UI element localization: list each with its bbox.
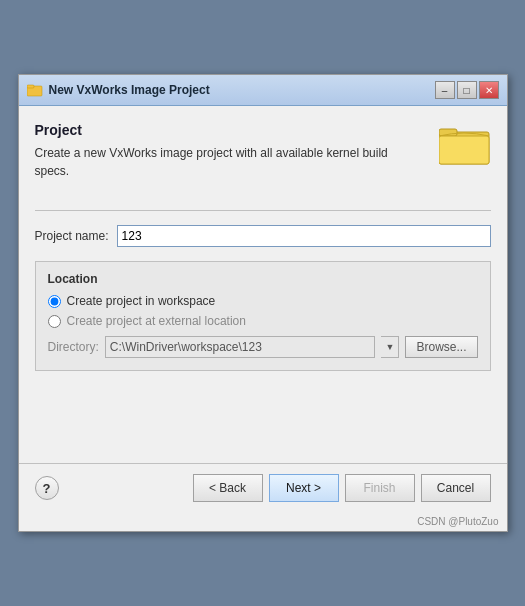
content-spacer (35, 371, 491, 451)
header-area: Project Create a new VxWorks image proje… (35, 122, 491, 211)
minimize-button[interactable]: – (435, 81, 455, 99)
section-description: Create a new VxWorks image project with … (35, 144, 411, 180)
radio-external[interactable] (48, 315, 61, 328)
button-bar: ? < Back Next > Finish Cancel (19, 463, 507, 514)
radio-row-external: Create project at external location (48, 314, 478, 328)
dialog-content: Project Create a new VxWorks image proje… (19, 106, 507, 463)
maximize-button[interactable]: □ (457, 81, 477, 99)
svg-rect-4 (439, 136, 489, 164)
location-title: Location (48, 272, 478, 286)
section-title: Project (35, 122, 411, 138)
directory-dropdown-arrow[interactable]: ▼ (381, 336, 399, 358)
help-button[interactable]: ? (35, 476, 59, 500)
large-folder-icon (439, 122, 491, 168)
directory-label: Directory: (48, 340, 99, 354)
location-section: Location Create project in workspace Cre… (35, 261, 491, 371)
dialog-window: New VxWorks Image Project – □ ✕ Project … (18, 74, 508, 532)
cancel-button[interactable]: Cancel (421, 474, 491, 502)
radio-external-label[interactable]: Create project at external location (67, 314, 246, 328)
svg-rect-1 (27, 85, 34, 88)
directory-input (105, 336, 376, 358)
back-button[interactable]: < Back (193, 474, 263, 502)
folder-icon-area (439, 122, 491, 171)
title-bar-folder-icon (27, 82, 43, 98)
radio-workspace[interactable] (48, 295, 61, 308)
close-button[interactable]: ✕ (479, 81, 499, 99)
project-name-label: Project name: (35, 229, 109, 243)
radio-row-workspace: Create project in workspace (48, 294, 478, 308)
finish-button[interactable]: Finish (345, 474, 415, 502)
browse-button[interactable]: Browse... (405, 336, 477, 358)
navigation-buttons: < Back Next > Finish Cancel (193, 474, 491, 502)
directory-row: Directory: ▼ Browse... (48, 336, 478, 358)
project-name-input[interactable] (117, 225, 491, 247)
watermark: CSDN @PlutoZuo (19, 514, 507, 531)
radio-workspace-label[interactable]: Create project in workspace (67, 294, 216, 308)
title-bar-left: New VxWorks Image Project (27, 82, 210, 98)
next-button[interactable]: Next > (269, 474, 339, 502)
title-bar: New VxWorks Image Project – □ ✕ (19, 75, 507, 106)
title-bar-title: New VxWorks Image Project (49, 83, 210, 97)
title-bar-controls: – □ ✕ (435, 81, 499, 99)
project-name-row: Project name: (35, 225, 491, 247)
